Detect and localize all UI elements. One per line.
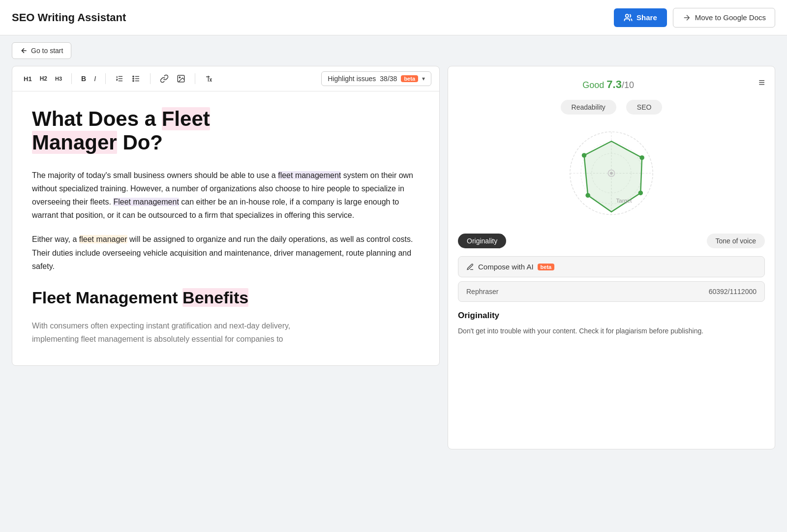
fleet-manager-highlight: fleet manager: [79, 235, 127, 243]
move-to-google-docs-button[interactable]: Move to Google Docs: [673, 8, 775, 28]
italic-button[interactable]: I: [91, 72, 99, 85]
clear-format-icon: [205, 74, 213, 83]
unordered-list-icon: [132, 74, 141, 83]
ordered-list-icon: [115, 74, 124, 83]
tab-seo[interactable]: SEO: [626, 100, 663, 115]
para3-start: With consumers often expecting instant g…: [32, 322, 290, 330]
go-start-label: Go to start: [31, 47, 63, 55]
share-label: Share: [636, 13, 657, 22]
panel-tabs: Readability SEO: [458, 100, 765, 115]
chevron-down-icon: ▾: [422, 75, 425, 82]
radar-svg: Target: [557, 122, 666, 231]
svg-point-0: [626, 14, 629, 17]
link-button[interactable]: [156, 72, 172, 86]
right-panel: Good 7.3/10 Readability SEO: [448, 66, 775, 449]
heading2-benefits-highlight: Benefits: [182, 288, 248, 307]
rephraser-count: 60392/1112000: [709, 288, 757, 296]
radar-chart: Target: [458, 122, 765, 231]
h1-button[interactable]: H1: [20, 73, 35, 85]
compose-label: Compose with AI: [478, 263, 534, 271]
originality-text: Don't get into trouble with your content…: [458, 325, 765, 336]
go-to-start-button[interactable]: Go to start: [12, 42, 71, 59]
title-manager-highlight: Manager: [32, 131, 117, 154]
document-title: What Does a Fleet Manager Do?: [32, 107, 420, 155]
arrow-left-icon: [20, 47, 28, 55]
toolbar-separator-4: [195, 73, 195, 84]
svg-point-7: [133, 76, 134, 77]
svg-point-24: [582, 153, 587, 158]
highlight-issues-button[interactable]: Highlight issues 38/38 beta ▾: [321, 71, 431, 86]
paragraph-1: The majority of today's small business o…: [32, 169, 420, 222]
svg-point-22: [639, 155, 644, 160]
toolbar-separator-3: [150, 73, 151, 84]
para3-end: implementing fleet management is absolut…: [32, 335, 283, 343]
heading-buttons: H1 H2 H3: [20, 73, 65, 85]
header-actions: Share Move to Google Docs: [614, 8, 775, 28]
toolbar-separator-1: [71, 73, 72, 84]
style-buttons: B I: [78, 72, 99, 85]
paragraph-3: With consumers often expecting instant g…: [32, 319, 420, 346]
ordered-list-button[interactable]: [112, 72, 127, 86]
originality-title: Originality: [458, 311, 765, 321]
google-docs-label: Move to Google Docs: [695, 13, 766, 22]
svg-point-11: [179, 77, 180, 78]
para1-start: The majority of today's small business o…: [32, 171, 278, 179]
panel-menu-icon[interactable]: [758, 76, 765, 89]
top-header: SEO Writing Assistant Share Move to Goog…: [0, 0, 787, 35]
format-toolbar: H1 H2 H3 B I: [12, 66, 439, 91]
image-button[interactable]: [173, 72, 189, 86]
editor-panel: H1 H2 H3 B I: [12, 66, 440, 366]
originality-section: Originality Don't get into trouble with …: [458, 311, 765, 336]
fleet-management-highlight-1: fleet management: [278, 171, 341, 179]
svg-point-25: [585, 193, 590, 198]
svg-point-23: [638, 191, 643, 196]
document-heading-2: Fleet Management Benefits: [32, 284, 420, 311]
score-label: Good 7.3/10: [582, 80, 634, 90]
title-rest: Do?: [117, 131, 163, 154]
tab-tone-of-voice[interactable]: Tone of voice: [707, 234, 765, 248]
target-label: Target: [616, 198, 633, 204]
score-area: Good 7.3/10: [458, 78, 765, 91]
toolbar-separator-2: [105, 73, 106, 84]
para2-start: Either way, a: [32, 235, 79, 243]
h3-button[interactable]: H3: [52, 73, 65, 84]
rephraser-label: Rephraser: [466, 288, 498, 296]
tab-readability[interactable]: Readability: [561, 100, 616, 115]
score-type-tabs: Originality Tone of voice: [458, 234, 765, 248]
tab-originality[interactable]: Originality: [458, 234, 506, 248]
heading2-text-1: Fleet Management: [32, 288, 182, 307]
clear-format-button[interactable]: [201, 72, 217, 86]
link-icon: [160, 74, 169, 83]
google-docs-icon: [682, 13, 691, 22]
compose-beta-badge: beta: [538, 264, 555, 270]
app-title: SEO Writing Assistant: [12, 11, 126, 24]
fleet-management-highlight-2: Fleet management: [113, 198, 179, 206]
title-fleet-highlight: Fleet: [162, 107, 210, 130]
main-content: H1 H2 H3 B I: [0, 66, 787, 461]
share-icon: [624, 13, 633, 22]
list-buttons: [112, 72, 144, 86]
h2-button[interactable]: H2: [36, 73, 51, 85]
pen-icon: [466, 263, 474, 271]
compose-with-ai-button[interactable]: Compose with AI beta: [458, 256, 765, 277]
bold-button[interactable]: B: [78, 72, 90, 85]
sub-toolbar: Go to start: [0, 35, 787, 66]
rephraser-row: Rephraser 60392/1112000: [458, 281, 765, 302]
svg-point-27: [610, 172, 613, 175]
insert-buttons: [156, 72, 189, 86]
highlight-count: 38/38: [380, 75, 397, 83]
editor-content[interactable]: What Does a Fleet Manager Do? The majori…: [12, 91, 439, 365]
beta-badge: beta: [401, 75, 418, 82]
highlight-label: Highlight issues: [328, 75, 376, 83]
share-button[interactable]: Share: [614, 8, 667, 27]
svg-point-9: [133, 80, 134, 81]
unordered-list-button[interactable]: [128, 72, 144, 86]
title-text-1: What Does a: [32, 107, 162, 130]
image-icon: [177, 74, 185, 83]
svg-point-8: [133, 78, 134, 79]
paragraph-2: Either way, a fleet manager will be assi…: [32, 233, 420, 273]
